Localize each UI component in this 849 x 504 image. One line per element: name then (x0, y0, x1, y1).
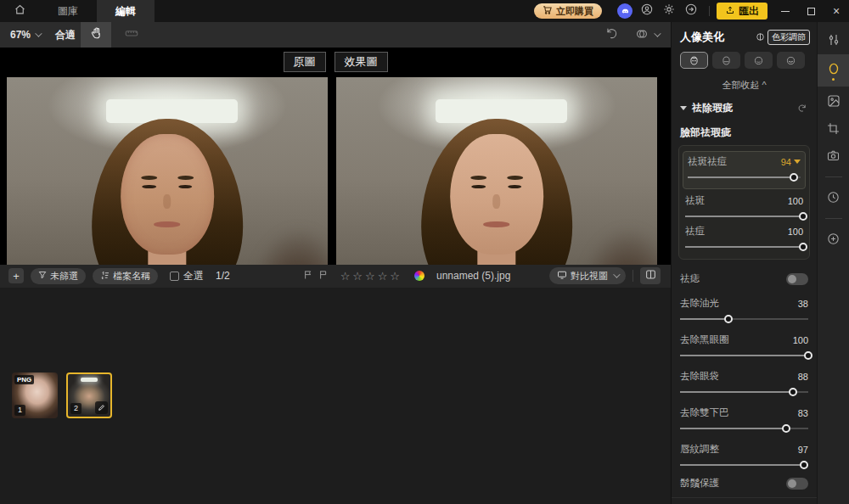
adjustments-tool-button[interactable] (818, 27, 849, 53)
maximize-button[interactable] (798, 0, 824, 22)
color-label-icon[interactable] (414, 271, 424, 281)
crop-tool-button[interactable] (818, 115, 849, 141)
slider-label: 祛斑 (685, 194, 705, 207)
hand-tool-button[interactable] (81, 22, 111, 48)
fit-view-button[interactable]: 合適 (55, 28, 76, 42)
redeem-button[interactable] (680, 0, 702, 22)
slider-track[interactable] (685, 246, 803, 248)
add-panel-button[interactable] (818, 226, 849, 251)
color-adjust-button[interactable]: 色彩調節 (756, 30, 810, 45)
select-all-label: 全選 (183, 269, 204, 283)
slider-track[interactable] (680, 428, 808, 429)
settings-button[interactable] (658, 0, 680, 22)
effect-photo[interactable] (336, 77, 657, 265)
account-button[interactable] (636, 0, 658, 22)
subject-eye (178, 185, 192, 188)
thumbnail-detail (81, 378, 98, 382)
chevron-down-icon (613, 271, 620, 277)
slider-track[interactable] (680, 464, 808, 466)
panel-title: 人像美化 (680, 30, 724, 45)
slider-fill (680, 464, 804, 466)
zoom-level-dropdown[interactable]: 67% (10, 29, 40, 41)
camera-icon (826, 148, 841, 163)
reset-section-button[interactable] (797, 103, 808, 114)
bottom-toolbar: + 未篩選 檔案名稱 全選 1/2 (0, 265, 671, 288)
star-rating[interactable]: ☆☆☆☆☆ (340, 270, 402, 283)
flag-pick-icon[interactable] (303, 268, 313, 283)
image-icon (826, 93, 841, 109)
ruler-tool-button[interactable] (116, 22, 147, 48)
original-photo[interactable] (7, 77, 328, 265)
edited-pencil-icon (95, 401, 108, 414)
face-skin-icon (721, 55, 732, 66)
sort-button[interactable]: 檔案名稱 (93, 268, 158, 284)
compare-view-dropdown[interactable]: 對比視圖 (549, 267, 626, 284)
tab-face-features[interactable] (745, 52, 773, 69)
star-icon: ☆ (340, 270, 353, 283)
panel-header: 人像美化 色彩調節 (672, 22, 817, 50)
compare-mode-dropdown[interactable] (634, 26, 659, 44)
beautify-panel: 人像美化 色彩調節 (671, 22, 817, 504)
arrow-circle-icon (684, 3, 698, 20)
slider-handle[interactable] (799, 243, 807, 251)
star-icon: ☆ (378, 270, 391, 283)
camera-tool-button[interactable] (818, 143, 849, 168)
app-window: 圖庫 編輯 立即購買 (0, 0, 849, 504)
discord-icon (617, 3, 633, 19)
select-all-checkbox[interactable]: 全選 (170, 269, 204, 283)
thumbnail-1[interactable]: PNG 1 (12, 372, 58, 418)
toggle-knob (788, 479, 796, 488)
close-button[interactable]: × (824, 0, 849, 22)
slider-handle[interactable] (789, 388, 797, 396)
slider-spot: 祛斑 100 (685, 190, 803, 217)
slider-label: 去除眼袋 (680, 370, 719, 383)
triangle-down-icon (680, 106, 687, 110)
close-icon: × (833, 4, 840, 18)
history-button[interactable] (818, 184, 849, 210)
tab-face-blemish[interactable] (680, 52, 708, 69)
mole-toggle-switch[interactable] (786, 273, 808, 285)
slider-track[interactable] (680, 355, 808, 356)
file-type-badge: PNG (14, 375, 34, 384)
collapse-all-button[interactable]: 全部收起 ^ (672, 69, 817, 98)
slider-track[interactable] (680, 318, 808, 320)
slider-track[interactable] (685, 216, 803, 217)
export-button[interactable]: 匯出 (717, 3, 767, 20)
split-view-button[interactable] (640, 267, 661, 284)
filter-button[interactable]: 未篩選 (31, 268, 86, 284)
discord-button[interactable] (614, 0, 636, 22)
slider-track[interactable] (680, 391, 808, 393)
slider-value[interactable]: 94 (781, 157, 801, 167)
buy-now-button[interactable]: 立即購買 (534, 3, 602, 19)
subsection-face-wrinkles: 臉部祛紋 (672, 497, 817, 504)
tab-edit[interactable]: 編輯 (97, 0, 155, 22)
home-button[interactable] (0, 0, 39, 22)
subject-lips (484, 221, 510, 227)
slider-handle[interactable] (724, 315, 733, 323)
tab-library[interactable]: 圖庫 (39, 0, 97, 22)
toggle-label: 鬍鬚保護 (680, 477, 719, 490)
photo-edit-tool-button[interactable] (818, 88, 849, 114)
tab-teeth[interactable] (777, 52, 805, 69)
add-photo-button[interactable]: + (8, 268, 24, 283)
slider-handle[interactable] (800, 461, 808, 469)
section-remove-blemish[interactable]: 祛除瑕疵 (672, 98, 817, 120)
slider-handle[interactable] (790, 173, 798, 182)
collapse-all-label: 全部收起 ^ (722, 79, 766, 92)
fit-view-label: 合適 (55, 29, 76, 41)
tab-face-skin[interactable] (712, 52, 740, 69)
thumbnail-2-selected[interactable]: 2 (66, 372, 112, 418)
slider-handle[interactable] (804, 351, 812, 360)
flag-reject-icon[interactable] (318, 268, 329, 283)
titlebar-divider (709, 6, 710, 16)
beard-toggle-switch[interactable] (786, 478, 808, 490)
slider-handle[interactable] (799, 212, 807, 221)
gear-icon (662, 3, 676, 20)
undo-button[interactable] (595, 22, 626, 48)
color-adjust-icon (756, 30, 765, 45)
minimize-button[interactable] (773, 0, 798, 22)
slider-eye-bags: 去除眼袋 88 (680, 360, 808, 393)
slider-track[interactable] (688, 176, 801, 178)
slider-handle[interactable] (782, 424, 790, 433)
portrait-tool-button[interactable] (818, 54, 849, 87)
